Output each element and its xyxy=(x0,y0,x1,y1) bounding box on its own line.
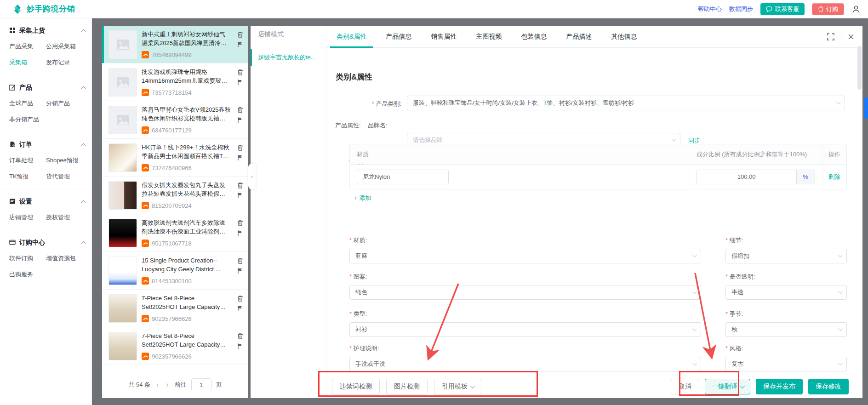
product-id: 951751067718 xyxy=(152,240,192,247)
sidebar-section-header-collect[interactable]: 采集上货 xyxy=(0,24,91,39)
material-field-select[interactable]: 亚麻 xyxy=(349,249,701,263)
sidebar-item-tk-forecast[interactable]: TK预报 xyxy=(9,172,46,181)
tab-packaging-info[interactable]: 包装信息 xyxy=(521,26,547,48)
product-list-item[interactable]: 15 Single Product Creation-- Luoyang Cit… xyxy=(102,252,248,290)
sidebar-item-store-management[interactable]: 店铺管理 xyxy=(9,213,46,222)
product-list-item[interactable]: 落肩马甲背心女毛衣V领2025春秋纯色休闲针织衫宽松韩版无袖坎肩 6847601… xyxy=(102,101,248,139)
trash-icon[interactable] xyxy=(237,220,243,226)
sidebar-section-header-order[interactable]: 订单 xyxy=(0,138,91,153)
tab-main-image-video[interactable]: 主图视频 xyxy=(476,26,502,48)
trash-icon[interactable] xyxy=(237,295,243,302)
flag-icon[interactable] xyxy=(237,117,243,123)
close-icon[interactable] xyxy=(848,34,854,40)
product-list-item[interactable]: 新中式重工刺绣衬衫女网纱仙气温柔风2025新款国风禅意清冷感上衣 7854690… xyxy=(102,26,248,63)
sidebar-item-software-subscribe[interactable]: 软件订购 xyxy=(9,254,46,262)
composition-row: 尼龙Nylon % 删除 xyxy=(350,165,846,189)
sidebar-section-subscribe-center: 订购中心 软件订购 增值资源包 已购服务 xyxy=(0,230,91,287)
save-and-publish-button[interactable]: 保存并发布 xyxy=(756,379,803,394)
trash-icon[interactable] xyxy=(237,333,243,339)
next-page-icon[interactable]: › xyxy=(165,381,170,389)
product-id: 737476480966 xyxy=(152,165,192,171)
data-sync-link[interactable]: 数据同步 xyxy=(729,5,753,13)
delete-row-link[interactable]: 删除 xyxy=(828,173,840,180)
flag-icon[interactable] xyxy=(237,79,243,86)
tab-product-description[interactable]: 产品描述 xyxy=(566,26,592,48)
sidebar-section-header-subscribe[interactable]: 订购中心 xyxy=(0,236,91,251)
contact-support-button[interactable]: 联系客服 xyxy=(760,3,805,15)
add-composition-link[interactable]: + 添加 xyxy=(354,194,371,202)
scrollbar-thumb[interactable] xyxy=(857,46,862,90)
material-select[interactable]: 尼龙Nylon xyxy=(357,170,449,184)
trash-icon[interactable] xyxy=(237,107,243,113)
sidebar-item-collect-box[interactable]: 采集箱 xyxy=(9,58,46,67)
flag-icon[interactable] xyxy=(237,230,243,236)
sidebar-item-order-processing[interactable]: 订单处理 xyxy=(9,156,46,165)
trash-icon[interactable] xyxy=(237,257,243,264)
tab-sales-attributes[interactable]: 销售属性 xyxy=(431,26,457,48)
cancel-button[interactable]: 取消 xyxy=(671,379,699,394)
use-template-button[interactable]: 引用模板 xyxy=(434,379,481,394)
prev-page-icon[interactable]: ‹ xyxy=(155,381,160,389)
product-category-select[interactable]: 服装、鞋靴和珠宝饰品/女士时尚/女装/女装上衣、T恤、衬衫/女装衬衫、雪纺衫/衬… xyxy=(407,96,845,110)
subscribe-button[interactable]: 订购 xyxy=(812,3,844,15)
image-check-button[interactable]: 图片检测 xyxy=(386,379,428,394)
tab-product-info[interactable]: 产品信息 xyxy=(386,26,411,48)
sidebar-item-publish-record[interactable]: 发布记录 xyxy=(46,58,87,67)
product-list-item[interactable]: 7-Piece Set 8-Piece Set!2025HOT Large Ca… xyxy=(102,290,248,327)
pattern-field-select[interactable]: 纯色 xyxy=(349,285,701,300)
care-field-select[interactable]: 手洗或干洗 xyxy=(349,357,701,371)
sidebar-item-public-collect-box[interactable]: 公用采集箱 xyxy=(46,42,87,51)
sidebar-item-authorization-management[interactable]: 授权管理 xyxy=(46,213,87,222)
sidebar-item-shopee-forecast[interactable]: Shopee预报 xyxy=(46,156,87,165)
product-title: 假发女抓夹发圈发包丸子头盘发拉花短卷发抓夹花苞头蓬松假发发圈 xyxy=(142,181,231,199)
product-title: HK订单！线下299+！水洗全棉秋季新品男士休闲圆领百搭长袖T恤潮 xyxy=(142,143,231,161)
detail-field-select[interactable]: 假纽扣 xyxy=(725,249,847,263)
flag-icon[interactable] xyxy=(237,154,243,161)
trash-icon[interactable] xyxy=(237,182,243,188)
flag-icon[interactable] xyxy=(237,192,243,199)
user-avatar-icon[interactable] xyxy=(851,5,861,14)
flag-icon[interactable] xyxy=(237,41,243,48)
type-field-select[interactable]: 衬衫 xyxy=(349,322,701,337)
sidebar-item-non-distribution-products[interactable]: 非分销产品 xyxy=(9,115,46,124)
detail-label: 细节: xyxy=(725,236,743,245)
sidebar-section-header-product[interactable]: 产品 xyxy=(0,81,91,96)
chevron-down-icon xyxy=(838,361,843,365)
tab-other-info[interactable]: 其他信息 xyxy=(611,26,637,48)
trash-icon[interactable] xyxy=(237,144,243,151)
sidebar-section-header-settings[interactable]: 设置 xyxy=(0,195,91,210)
ratio-input[interactable] xyxy=(697,170,796,184)
save-changes-button[interactable]: 保存修改 xyxy=(808,379,849,394)
trash-icon[interactable] xyxy=(237,31,243,38)
chevron-up-icon xyxy=(81,86,86,91)
fullscreen-icon[interactable] xyxy=(827,33,834,40)
product-list-item[interactable]: 假发女抓夹发圈发包丸子头盘发拉花短卷发抓夹花苞头蓬松假发发圈 815200705… xyxy=(102,177,248,214)
product-list-item[interactable]: 高效脱漆剂去漆剂汽车多效除漆剂洗油漆不伤漆面工业清除剂批发 9517510677… xyxy=(102,214,248,252)
flag-icon[interactable] xyxy=(237,343,243,349)
sidebar-item-forwarder-management[interactable]: 货代管理 xyxy=(46,172,87,181)
flag-icon[interactable] xyxy=(237,305,243,312)
transparency-field-select[interactable]: 半透 xyxy=(725,285,847,300)
product-list-item[interactable]: 批发游戏机弹珠专用规格 14mm16mm25mm儿童戏耍玻璃... 735773… xyxy=(102,63,248,101)
sidebar-item-distribution-products[interactable]: 分销产品 xyxy=(46,99,87,108)
page-number-input[interactable] xyxy=(191,378,211,391)
forbidden-words-check-button[interactable]: 违禁词检测 xyxy=(332,379,380,394)
sidebar-item-purchased-services[interactable]: 已购服务 xyxy=(9,270,46,279)
product-list-item[interactable]: 7-Piece Set 8-Piece Set!2025HOT Large Ca… xyxy=(102,327,248,365)
store-tab[interactable]: 超级宇宙无敌长的te... xyxy=(251,49,326,66)
collapse-list-handle[interactable]: ‹ xyxy=(248,164,256,189)
style-field-select[interactable]: 复古 xyxy=(725,357,847,371)
chevron-down-icon xyxy=(672,137,676,142)
flag-icon[interactable] xyxy=(237,268,243,274)
product-list-item[interactable]: HK订单！线下299+！水洗全棉秋季新品男士休闲圆领百搭长袖T恤潮 737476… xyxy=(102,139,248,177)
side-feedback-tab[interactable] xyxy=(864,97,868,119)
sidebar-section-order: 订单 订单处理 Shopee预报 TK预报 货代管理 xyxy=(0,132,91,189)
one-click-translate-button[interactable]: 一键翻译 xyxy=(705,379,750,394)
sidebar-item-product-collect[interactable]: 产品采集 xyxy=(9,42,46,51)
season-field-select[interactable]: 秋 xyxy=(725,322,847,337)
sidebar-item-value-added-pack[interactable]: 增值资源包 xyxy=(46,254,87,262)
tab-category-attributes[interactable]: 类别&属性 xyxy=(337,26,366,48)
trash-icon[interactable] xyxy=(237,69,243,75)
sidebar-item-global-products[interactable]: 全球产品 xyxy=(9,99,46,108)
help-center-link[interactable]: 帮助中心 xyxy=(698,5,722,13)
